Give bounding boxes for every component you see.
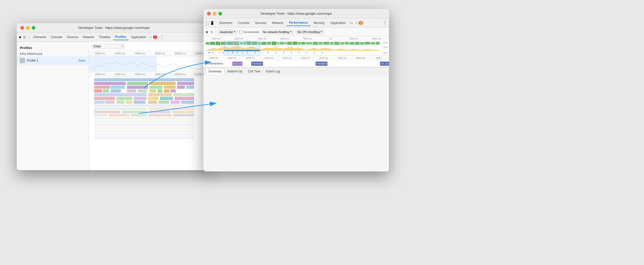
tick-5: 10000 ms: [170, 52, 190, 55]
interactions-row: ▶ Interactions Ani...ion Animation Anima…: [204, 60, 389, 67]
tab-profiles-left[interactable]: Profiles: [113, 34, 129, 40]
record-button-left[interactable]: ●: [19, 35, 21, 39]
chart-dropdown[interactable]: Chart Heavy (Bottom Up) Tree (Top Down): [91, 44, 125, 49]
chart-select-wrap[interactable]: Chart Heavy (Bottom Up) Tree (Top Down): [91, 44, 125, 49]
tab-console-right[interactable]: Console: [235, 20, 252, 26]
btick-3: 6000 ms: [130, 73, 150, 76]
profiles-sidebar: Profiles CPU PROFILES Profile 1 Save: [17, 42, 89, 170]
svg-rect-92: [334, 42, 339, 45]
svg-rect-18: [111, 89, 121, 93]
network-throttle-dropdown[interactable]: No network throttling ▼: [261, 30, 294, 34]
tab-network-right[interactable]: Network: [269, 20, 286, 26]
waveform-svg: [89, 56, 211, 72]
svg-rect-85: [298, 42, 301, 45]
yellow-light-right[interactable]: [213, 12, 216, 15]
tab-bottom-up[interactable]: Bottom-Up: [225, 69, 245, 74]
nav-more-left[interactable]: »: [150, 36, 151, 39]
fps-label: FPS: [383, 42, 388, 44]
tab-application-right[interactable]: Application: [328, 20, 348, 26]
svg-rect-84: [293, 42, 297, 45]
tab-timeline-left[interactable]: Timeline: [97, 34, 113, 40]
svg-rect-94: [345, 42, 349, 45]
svg-rect-72: [240, 42, 243, 45]
svg-rect-44: [94, 107, 147, 110]
inspect-icon[interactable]: ⬚: [206, 21, 209, 25]
tab-elements-right[interactable]: Elements: [217, 20, 235, 26]
dtick-1: 1500 ms: [205, 57, 223, 59]
svg-rect-47: [122, 111, 148, 113]
nav-separator-1: [30, 35, 30, 39]
tab-call-tree[interactable]: Call Tree: [245, 69, 263, 74]
screenshots-check[interactable]: [239, 30, 242, 34]
tab-memory-right[interactable]: Memory: [311, 20, 327, 26]
detail-ruler: 1500 ms 2000 ms 2500 ms 3000 ms 3500 ms …: [204, 56, 389, 60]
fps-track: FPS: [204, 41, 389, 46]
svg-rect-74: [247, 42, 251, 45]
profile-item-1[interactable]: Profile 1 Save: [17, 56, 89, 65]
perf-stop-btn[interactable]: ⊘: [210, 30, 213, 34]
svg-rect-101: [234, 42, 235, 45]
device-icon[interactable]: 📱: [210, 21, 214, 25]
svg-rect-53: [148, 114, 172, 117]
left-bottom-ruler: 2000 ms 4000 ms 6000 ms 8000 ms 10000 ms…: [89, 72, 211, 77]
ms-tick-4: 4000 ms: [273, 37, 296, 40]
tab-network-left[interactable]: Network: [81, 34, 96, 40]
js-dropdown[interactable]: JavaScript ▼: [218, 30, 237, 34]
svg-rect-49: [172, 111, 194, 113]
cpu-throttle-dropdown[interactable]: No CPU throttling ▼: [296, 30, 324, 34]
tab-sources-right[interactable]: Sources: [252, 20, 269, 26]
stop-button-left[interactable]: ⊘: [23, 35, 26, 39]
svg-rect-60: [94, 133, 194, 136]
svg-rect-93: [340, 42, 344, 45]
svg-rect-78: [267, 42, 271, 45]
dtick-6: 4000 ms: [296, 57, 315, 59]
dtick-8: 5000 ms: [333, 57, 351, 59]
perf-record-btn[interactable]: ●: [206, 30, 208, 34]
svg-rect-41: [171, 101, 180, 104]
interaction-block-3: Animation: [316, 62, 327, 66]
tab-event-log[interactable]: Event Log: [264, 69, 283, 74]
btick-4: 8000 ms: [150, 73, 170, 76]
cpu-flame-chart[interactable]: (...) (...) (...): [89, 77, 211, 170]
right-title-bar: Developer Tools - https://www.google.com…: [204, 9, 389, 18]
svg-rect-54: [173, 114, 194, 117]
svg-rect-33: [174, 97, 194, 100]
tab-performance-right[interactable]: Performance: [286, 20, 310, 26]
svg-rect-110: [247, 52, 248, 53]
svg-rect-90: [324, 42, 329, 45]
svg-rect-97: [360, 42, 364, 45]
svg-rect-116: [291, 52, 292, 53]
tab-application-left[interactable]: Application: [129, 34, 148, 40]
screenshots-checkbox[interactable]: Screenshots: [239, 30, 259, 34]
profile-icon-1: [20, 58, 25, 63]
tab-summary[interactable]: Summary: [206, 68, 224, 74]
green-light[interactable]: [32, 26, 35, 30]
red-light[interactable]: [20, 26, 24, 30]
svg-rect-66: [206, 42, 209, 45]
svg-rect-11: [127, 86, 148, 89]
nav-menu-left[interactable]: ⋮: [160, 35, 164, 39]
svg-rect-10: [111, 86, 125, 89]
yellow-light[interactable]: [26, 26, 30, 30]
tab-console-left[interactable]: Console: [49, 34, 64, 40]
svg-rect-109: [242, 52, 243, 53]
svg-rect-30: [134, 97, 147, 100]
selection-bar[interactable]: [224, 50, 260, 51]
btick-1: 2000 ms: [90, 73, 110, 76]
ms-tick-3: 3000 ms: [250, 37, 273, 40]
interactions-label[interactable]: ▶ Interactions: [206, 62, 226, 65]
red-light-right[interactable]: [207, 12, 211, 15]
dtick-5: 3500 ms: [278, 57, 296, 59]
ms-tick-1: 1000 ms: [205, 37, 227, 40]
green-light-right[interactable]: [218, 12, 222, 15]
tab-elements-left[interactable]: Elements: [31, 34, 48, 40]
profile-save-1[interactable]: Save: [79, 59, 86, 62]
tab-sources-left[interactable]: Sources: [65, 34, 80, 40]
nav-more-right[interactable]: >>: [350, 21, 353, 24]
svg-rect-0: [21, 59, 24, 62]
timeline-overview[interactable]: 1000 ms 2000 ms 3000 ms 4000 ms 5000 ms …: [204, 36, 389, 56]
svg-rect-46: [94, 111, 120, 113]
svg-rect-115: [283, 52, 284, 53]
svg-rect-104: [219, 52, 219, 53]
nav-menu-right[interactable]: ⋮: [383, 20, 387, 25]
